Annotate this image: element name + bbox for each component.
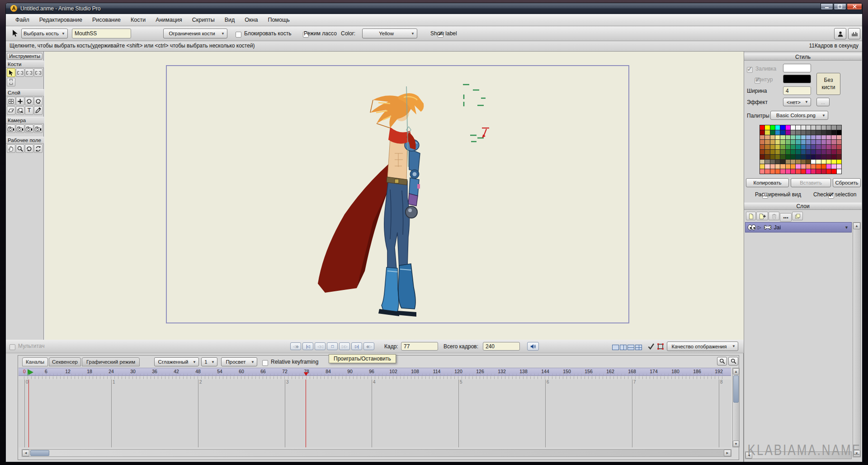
palette-swatch[interactable] — [765, 140, 769, 144]
palette-swatch[interactable] — [821, 125, 826, 130]
palette-swatch[interactable] — [775, 164, 780, 169]
palette-swatch[interactable] — [831, 160, 836, 164]
bone-constraints-dropdown[interactable]: Ограничения кости — [163, 28, 227, 38]
palette-swatch[interactable] — [786, 130, 790, 135]
new-layer-button[interactable] — [746, 212, 756, 220]
display-quality-dropdown[interactable]: Качество отображения — [667, 342, 738, 351]
palette-swatch[interactable] — [821, 145, 826, 149]
palette-swatch[interactable] — [796, 169, 800, 174]
palette-swatch[interactable] — [821, 169, 826, 174]
next-keyframe[interactable]: ◆▷ — [363, 342, 374, 350]
palette-swatch[interactable] — [806, 160, 811, 164]
palette-swatch[interactable] — [786, 135, 790, 140]
palette-swatch[interactable] — [806, 135, 811, 140]
palette-swatch[interactable] — [826, 130, 831, 135]
columns-view-button[interactable] — [848, 28, 860, 39]
palette-swatch[interactable] — [837, 155, 841, 159]
playhead-marker[interactable] — [304, 372, 308, 376]
palette-swatch[interactable] — [816, 140, 821, 144]
palette-swatch[interactable] — [780, 160, 785, 164]
minimize-button[interactable] — [821, 3, 833, 10]
translate-layer-tool[interactable] — [7, 97, 15, 105]
palette-swatch[interactable] — [837, 169, 841, 174]
palette-swatch[interactable] — [816, 135, 821, 140]
palette-swatch[interactable] — [837, 125, 841, 130]
palette-swatch[interactable] — [811, 125, 816, 130]
add-point-tool[interactable] — [16, 97, 24, 105]
frame-input[interactable] — [401, 342, 438, 351]
layer-stack-tool[interactable] — [16, 106, 24, 115]
palette-swatch[interactable] — [816, 150, 821, 154]
prev-keyframe[interactable]: ◁◆ — [290, 342, 301, 350]
onion-skin-dropdown[interactable]: Просвет — [221, 357, 257, 366]
palette-swatch[interactable] — [811, 169, 816, 174]
palette-swatch[interactable] — [837, 140, 841, 144]
palette-swatch[interactable] — [760, 160, 764, 164]
palette-swatch[interactable] — [760, 135, 764, 140]
bone-handles[interactable] — [458, 80, 494, 148]
palette-swatch[interactable] — [765, 150, 769, 154]
palette-swatch[interactable] — [770, 169, 775, 174]
palette-swatch[interactable] — [806, 145, 811, 149]
palette-swatch[interactable] — [816, 145, 821, 149]
interpolation-dropdown[interactable]: Сглаженный — [154, 357, 199, 366]
scale-bone-tool[interactable] — [25, 68, 33, 77]
palette-swatch[interactable] — [801, 140, 806, 144]
palette-swatch[interactable] — [765, 130, 769, 135]
palette-swatch[interactable] — [765, 169, 769, 174]
playhead-line[interactable] — [306, 380, 306, 447]
palette-swatch[interactable] — [831, 125, 836, 130]
palette-swatch[interactable] — [811, 145, 816, 149]
palette-swatch[interactable] — [796, 145, 800, 149]
palette-swatch[interactable] — [821, 155, 826, 159]
palette-swatch[interactable] — [831, 135, 836, 140]
palette-swatch[interactable] — [775, 130, 780, 135]
menu-item[interactable]: Рисование — [87, 14, 126, 26]
palette-swatch[interactable] — [770, 155, 775, 159]
user-actions-button[interactable] — [834, 28, 846, 39]
palette-swatch[interactable] — [770, 164, 775, 169]
palette-swatch[interactable] — [765, 125, 769, 130]
palette-swatch[interactable] — [826, 125, 831, 130]
palette-swatch[interactable] — [801, 125, 806, 130]
duplicate-layer-button[interactable] — [792, 212, 803, 220]
bone-name-input[interactable] — [72, 28, 131, 38]
menu-item[interactable]: Окна — [240, 14, 263, 26]
palette-swatch[interactable] — [821, 135, 826, 140]
palette-swatch[interactable] — [801, 145, 806, 149]
tab-sequencer[interactable]: Секвенсер — [49, 357, 81, 366]
timeline-scroll-right-icon[interactable]: ► — [724, 450, 731, 456]
enable-check-icon[interactable] — [647, 343, 655, 350]
palette-swatch[interactable] — [831, 130, 836, 135]
palette-swatch[interactable] — [786, 145, 790, 149]
layer-row-chevron-icon[interactable]: ▼ — [844, 225, 849, 230]
effect-dropdown[interactable]: <нет> — [783, 98, 811, 106]
document-canvas[interactable] — [44, 52, 744, 342]
lock-bone-checkbox[interactable] — [236, 32, 241, 38]
palette-swatch[interactable] — [780, 140, 785, 144]
palette-swatch[interactable] — [806, 125, 811, 130]
palette-swatch[interactable] — [831, 140, 836, 144]
palette-swatch[interactable] — [796, 135, 800, 140]
palette-swatch[interactable] — [791, 135, 795, 140]
palette-swatch[interactable] — [811, 130, 816, 135]
rotate-workspace-tool[interactable] — [25, 144, 33, 153]
palette-swatch[interactable] — [770, 145, 775, 149]
palette-swatch[interactable] — [811, 155, 816, 159]
palette-swatch[interactable] — [786, 169, 790, 174]
stop[interactable]: □ — [327, 342, 338, 350]
timeline-hscrollbar[interactable]: ◄ ► — [22, 449, 731, 457]
flip-layer-tool[interactable] — [34, 97, 42, 105]
palette-swatch[interactable] — [791, 130, 795, 135]
palette-swatch[interactable] — [811, 140, 816, 144]
palette-swatch[interactable] — [801, 169, 806, 174]
palette-swatch[interactable] — [816, 160, 821, 164]
palette-swatch[interactable] — [796, 155, 800, 159]
palette-swatch[interactable] — [837, 135, 841, 140]
fill-color-swatch[interactable] — [783, 64, 811, 72]
fill-checkbox[interactable] — [747, 67, 753, 73]
palette-swatch[interactable] — [826, 150, 831, 154]
palette-swatch[interactable] — [775, 169, 780, 174]
palette-swatch[interactable] — [826, 160, 831, 164]
palette-swatch[interactable] — [770, 140, 775, 144]
